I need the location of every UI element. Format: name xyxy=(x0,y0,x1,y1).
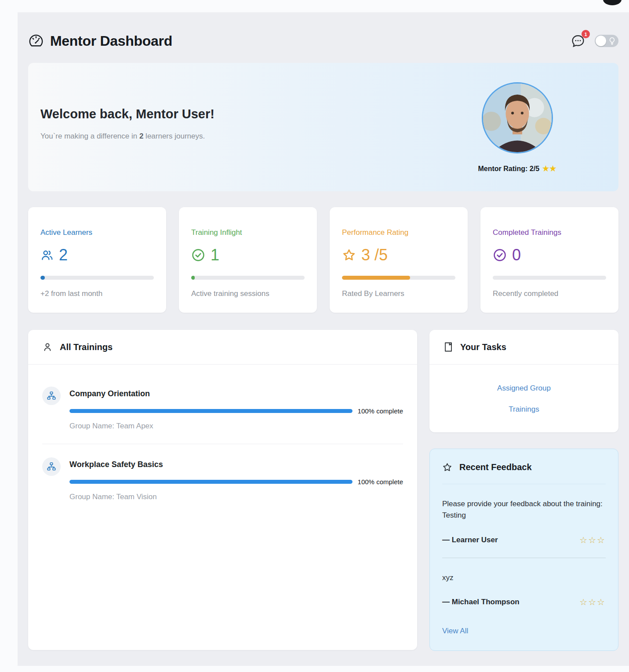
assigned-group-trainings-link[interactable]: Assigned Group xyxy=(429,384,618,393)
assigned-group-trainings-link-line2[interactable]: Trainings xyxy=(429,405,618,414)
feedback-stars: ☆☆☆ xyxy=(579,597,606,607)
all-trainings-panel: All Trainings Company Orientation xyxy=(28,330,417,650)
toggle-knob xyxy=(596,36,606,46)
star-icon xyxy=(342,248,356,262)
feedback-item: Please provide your feedback about the t… xyxy=(442,498,606,545)
welcome-subtitle: You`re making a difference in 2 learners… xyxy=(40,132,215,141)
mentor-avatar xyxy=(482,82,553,153)
training-item[interactable]: Workplace Safety Basics 100% complete Gr… xyxy=(42,444,403,501)
cut-off-avatar-fragment xyxy=(603,0,622,5)
users-icon xyxy=(40,248,54,262)
training-progress-fill xyxy=(69,409,353,413)
welcome-title: Welcome back, Mentor User! xyxy=(40,107,215,121)
stat-caption: Rated By Learners xyxy=(342,289,455,298)
your-tasks-header: Your Tasks xyxy=(429,330,618,365)
feedback-message: Please provide your feedback about the t… xyxy=(442,498,606,522)
chat-button[interactable]: 1 xyxy=(570,33,586,49)
dark-mode-toggle[interactable] xyxy=(595,35,618,47)
right-column: Your Tasks Assigned Group Trainings Rece… xyxy=(429,330,618,651)
stat-label: Active Learners xyxy=(40,228,154,237)
welcome-text-block: Welcome back, Mentor User! You`re making… xyxy=(40,63,215,191)
feedback-message: xyz xyxy=(442,572,606,584)
sitemap-icon xyxy=(42,457,61,476)
stat-progress-track xyxy=(40,276,154,280)
clipboard-icon xyxy=(444,342,453,352)
stat-progress-track xyxy=(191,276,305,280)
mentor-rating: Mentor Rating: 2/5 ★★ xyxy=(478,164,556,173)
stat-cards-row: Active Learners 2 +2 from last month Tra xyxy=(28,207,618,313)
training-progress-label: 100% complete xyxy=(358,478,403,486)
feedback-stars: ☆☆☆ xyxy=(579,535,606,545)
all-trainings-header: All Trainings xyxy=(28,330,417,365)
stat-progress-fill xyxy=(191,276,195,280)
training-name: Workplace Safety Basics xyxy=(69,457,403,469)
training-name: Company Orientation xyxy=(69,387,403,398)
page-header: Mentor Dashboard 1 xyxy=(28,29,618,53)
stat-card-active-learners: Active Learners 2 +2 from last month xyxy=(28,207,166,313)
feedback-author: — Michael Thompson xyxy=(442,598,520,606)
check-circle-icon xyxy=(493,248,507,262)
mentor-rating-stars: ★★ xyxy=(542,164,556,173)
training-group-name: Group Name: Team Vision xyxy=(69,493,403,501)
stat-card-completed-trainings: Completed Trainings 0 Recently completed xyxy=(480,207,618,313)
stat-label: Training Inflight xyxy=(191,228,305,237)
training-progress-track xyxy=(69,480,353,484)
header-controls: 1 xyxy=(570,33,618,49)
stat-value: 1 xyxy=(211,246,219,264)
feedback-divider xyxy=(442,558,606,558)
mentor-profile-block: Mentor Rating: 2/5 ★★ xyxy=(456,63,579,191)
stat-caption: Recently completed xyxy=(493,289,606,298)
user-icon xyxy=(42,342,53,352)
stat-progress-track xyxy=(342,276,455,280)
gauge-icon xyxy=(28,33,44,49)
chat-notification-badge: 1 xyxy=(582,30,590,38)
feedback-item: xyz — Michael Thompson ☆☆☆ xyxy=(442,572,606,607)
recent-feedback-panel: Recent Feedback Please provide your feed… xyxy=(429,449,618,651)
feedback-author: — Learner User xyxy=(442,536,498,544)
stat-label: Completed Trainings xyxy=(493,228,606,237)
your-tasks-title: Your Tasks xyxy=(460,342,506,352)
your-tasks-panel: Your Tasks Assigned Group Trainings xyxy=(429,330,618,432)
training-progress-label: 100% complete xyxy=(358,407,403,415)
recent-feedback-title: Recent Feedback xyxy=(459,462,532,472)
training-progress-fill xyxy=(69,480,353,484)
dashboard-shell: Mentor Dashboard 1 xyxy=(18,12,629,666)
stat-value: 3 /5 xyxy=(361,246,388,264)
stat-progress-track xyxy=(493,276,606,280)
mentor-rating-label: Mentor Rating: 2/5 xyxy=(478,165,539,173)
welcome-banner: Welcome back, Mentor User! You`re making… xyxy=(28,63,618,191)
welcome-subtitle-suffix: learners journeys. xyxy=(143,132,205,140)
training-group-name: Group Name: Team Apex xyxy=(69,422,403,431)
stat-card-training-inflight: Training Inflight 1 Active training sess… xyxy=(179,207,317,313)
check-circle-icon xyxy=(191,248,205,262)
stat-progress-fill xyxy=(342,276,410,280)
page-title: Mentor Dashboard xyxy=(50,33,172,49)
stat-card-performance-rating: Performance Rating 3 /5 Rated By Learner… xyxy=(330,207,468,313)
welcome-subtitle-count: 2 xyxy=(139,132,143,140)
stat-value: 0 xyxy=(512,246,521,264)
lightbulb-icon xyxy=(608,37,616,45)
welcome-subtitle-prefix: You`re making a difference in xyxy=(40,132,139,140)
training-progress-track xyxy=(69,409,353,413)
view-all-link[interactable]: View All xyxy=(442,627,468,635)
stat-caption: +2 from last month xyxy=(40,289,154,298)
training-item[interactable]: Company Orientation 100% complete Group … xyxy=(42,373,403,444)
stat-label: Performance Rating xyxy=(342,228,455,237)
stat-value: 2 xyxy=(59,246,68,264)
header-title-group: Mentor Dashboard xyxy=(28,33,172,49)
star-outline-icon xyxy=(442,462,452,472)
all-trainings-title: All Trainings xyxy=(60,342,113,352)
stat-caption: Active training sessions xyxy=(191,289,305,298)
stat-progress-fill xyxy=(40,276,45,280)
sitemap-icon xyxy=(42,387,61,405)
recent-feedback-header: Recent Feedback xyxy=(442,462,606,484)
